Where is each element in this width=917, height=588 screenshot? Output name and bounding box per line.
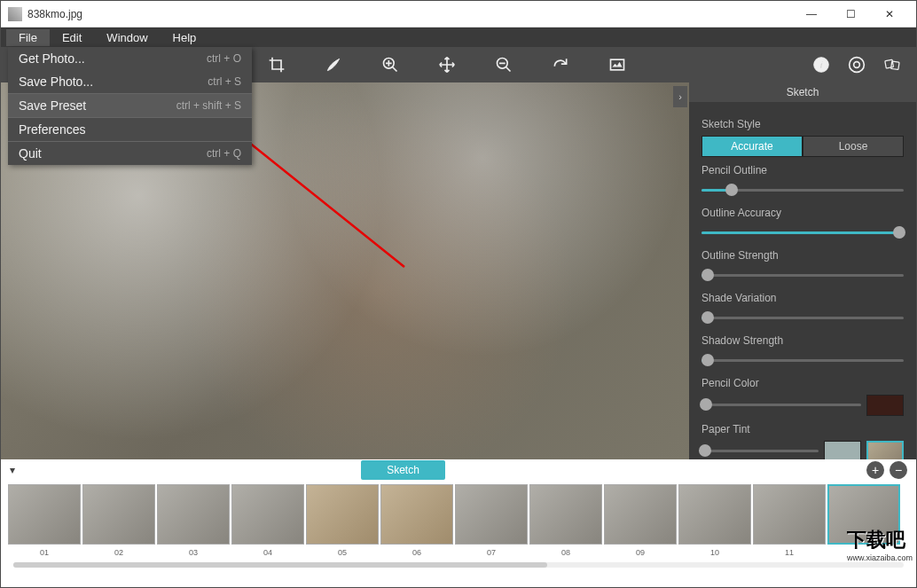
zoom-out-button[interactable]: [487, 49, 521, 81]
svg-point-5: [850, 58, 865, 73]
thumb-10[interactable]: [678, 484, 751, 545]
shadow-strength-label: Shadow Strength: [701, 334, 904, 347]
menu-window[interactable]: Window: [94, 29, 160, 46]
thumb-06[interactable]: [380, 484, 453, 545]
accurate-button[interactable]: Accurate: [701, 136, 803, 157]
crop-button[interactable]: [260, 49, 294, 81]
svg-rect-2: [611, 59, 624, 70]
get-photo-item[interactable]: Get Photo... ctrl + O: [8, 47, 252, 70]
save-photo-label: Save Photo...: [19, 74, 93, 89]
quit-item[interactable]: Quit ctrl + Q: [8, 142, 252, 165]
redo-button[interactable]: [544, 49, 577, 81]
pencil-color-label: Pencil Color: [701, 377, 904, 389]
window-title: 838kmo.jpg: [27, 8, 792, 20]
thumb-04[interactable]: [231, 484, 304, 545]
preset-bar: ▾ Sketch + −: [1, 459, 916, 481]
get-photo-shortcut: ctrl + O: [207, 52, 241, 65]
preferences-label: Preferences: [19, 122, 85, 137]
style-label: Sketch Style: [701, 118, 904, 130]
file-dropdown: Get Photo... ctrl + O Save Photo... ctrl…: [8, 47, 252, 165]
save-preset-label: Save Preset: [19, 98, 86, 113]
thumb-07[interactable]: [455, 484, 528, 545]
thumbnail-scrollbar[interactable]: [1, 562, 916, 571]
pencil-color-slider[interactable]: [701, 396, 861, 414]
help-button[interactable]: [840, 49, 874, 81]
panel-title: Sketch: [689, 82, 916, 102]
loose-button[interactable]: Loose: [803, 136, 904, 157]
close-button[interactable]: ✕: [870, 2, 909, 27]
compare-button[interactable]: [600, 49, 634, 81]
menu-help[interactable]: Help: [161, 29, 209, 46]
titlebar: 838kmo.jpg — ☐ ✕: [1, 1, 916, 27]
thumb-12[interactable]: [827, 484, 900, 545]
thumbnail-strip: 01 02 03 04 05 06 07 08 09 10 11: [1, 481, 916, 562]
style-segment: Accurate Loose: [701, 136, 904, 157]
get-photo-label: Get Photo...: [19, 51, 85, 66]
collapse-panel-button[interactable]: ›: [673, 86, 687, 107]
pencil-color-swatch[interactable]: [866, 395, 904, 416]
dice-button[interactable]: [875, 49, 909, 81]
svg-point-6: [854, 62, 860, 68]
thumb-03[interactable]: [157, 484, 230, 545]
svg-rect-8: [891, 61, 899, 69]
paper-tint-slider[interactable]: [701, 443, 819, 459]
svg-text:i: i: [820, 59, 823, 70]
info-button[interactable]: i: [804, 49, 838, 81]
preferences-item[interactable]: Preferences: [8, 118, 252, 141]
outline-accuracy-label: Outline Accuracy: [701, 207, 904, 219]
menu-file[interactable]: File: [6, 29, 50, 46]
shade-variation-slider[interactable]: [701, 310, 904, 327]
preset-button[interactable]: Sketch: [361, 460, 445, 480]
app-icon: [8, 7, 22, 21]
quit-label: Quit: [19, 146, 42, 161]
minimize-button[interactable]: —: [792, 2, 831, 27]
outline-strength-slider[interactable]: [701, 267, 904, 285]
paper-tint-label: Paper Tint: [701, 423, 904, 435]
thumb-01[interactable]: [8, 484, 81, 545]
outline-accuracy-slider[interactable]: [701, 224, 904, 242]
remove-preset-button[interactable]: −: [890, 461, 907, 479]
pencil-outline-label: Pencil Outline: [701, 164, 904, 176]
chevron-down-icon[interactable]: ▾: [10, 464, 15, 476]
quit-shortcut: ctrl + Q: [207, 147, 241, 160]
add-preset-button[interactable]: +: [866, 461, 884, 479]
thumb-08[interactable]: [529, 484, 602, 545]
zoom-in-button[interactable]: [373, 49, 407, 81]
menu-edit[interactable]: Edit: [50, 29, 94, 46]
maximize-button[interactable]: ☐: [831, 2, 870, 27]
save-photo-shortcut: ctrl + S: [208, 75, 241, 88]
save-preset-item[interactable]: Save Preset ctrl + shift + S: [8, 94, 252, 117]
brush-button[interactable]: [317, 49, 350, 81]
thumb-11[interactable]: [753, 484, 826, 545]
outline-strength-label: Outline Strength: [701, 249, 904, 262]
shadow-strength-slider[interactable]: [701, 352, 904, 370]
save-photo-item[interactable]: Save Photo... ctrl + S: [8, 70, 252, 93]
pan-button[interactable]: [430, 49, 464, 81]
shade-variation-label: Shade Variation: [701, 292, 904, 304]
menubar: File Edit Window Help: [1, 27, 916, 47]
paper-tint-swatch[interactable]: [824, 441, 861, 459]
thumb-05[interactable]: [306, 484, 379, 545]
thumb-09[interactable]: [604, 484, 677, 545]
paper-texture-swatch[interactable]: [866, 441, 904, 459]
thumb-02[interactable]: [82, 484, 155, 545]
right-panel: Sketch Sketch Style Accurate Loose Penci…: [689, 82, 916, 459]
save-preset-shortcut: ctrl + shift + S: [176, 99, 241, 112]
pencil-outline-slider[interactable]: [701, 182, 904, 200]
